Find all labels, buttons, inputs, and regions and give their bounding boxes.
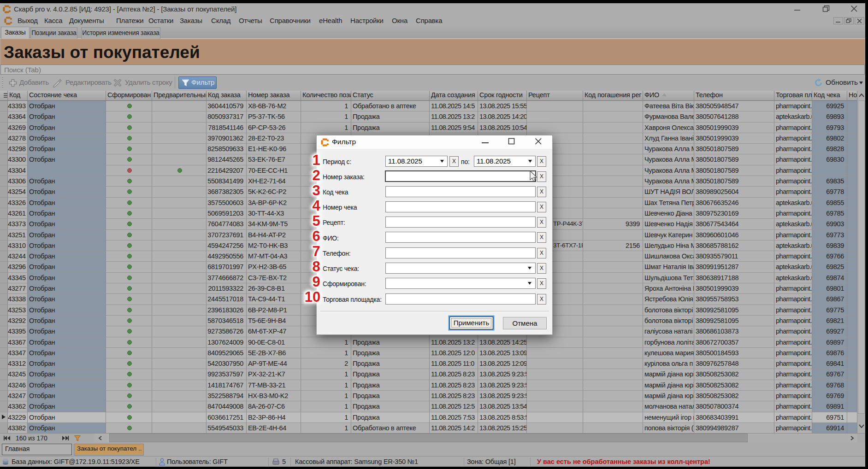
svg-text:5: 5 — [312, 213, 320, 229]
svg-text:1: 1 — [312, 152, 320, 168]
svg-text:4: 4 — [312, 198, 320, 214]
svg-text:6: 6 — [312, 228, 320, 244]
svg-text:8: 8 — [312, 258, 320, 275]
svg-text:2: 2 — [312, 167, 320, 183]
svg-text:7: 7 — [312, 243, 320, 259]
svg-text:9: 9 — [312, 274, 320, 290]
svg-text:3: 3 — [312, 182, 320, 199]
svg-text:10: 10 — [305, 289, 320, 305]
